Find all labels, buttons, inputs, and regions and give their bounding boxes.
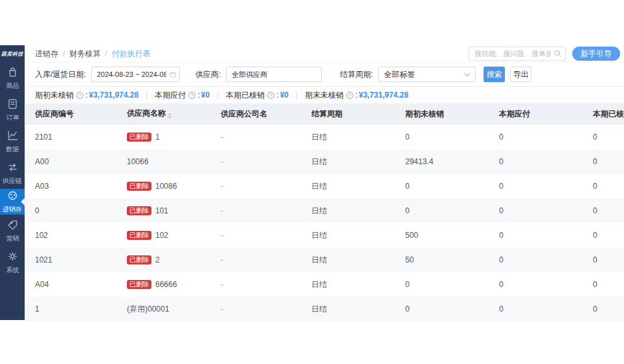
deleted-badge: 已删除 (127, 255, 151, 264)
search-button[interactable]: 搜索 (484, 67, 505, 82)
sidebar-item-label: 营销 (6, 234, 19, 242)
sidebar-item-goods[interactable]: 商品 (0, 62, 25, 94)
supply-chain-arrows-icon (6, 161, 19, 175)
cell-opening: 0 (396, 182, 489, 191)
cell-written-off: 0 (583, 157, 624, 166)
global-search-input[interactable] (469, 47, 566, 61)
breadcrumb-separator: / (105, 49, 107, 58)
deleted-badge: 已删除 (127, 182, 151, 191)
col-cycle: 结算周期 (302, 109, 396, 120)
cell-opening: 500 (396, 231, 489, 240)
cell-supplier-name: 已删除10086 (117, 182, 211, 191)
cell-supplier-name: 已删除2 (117, 255, 211, 264)
date-range-input[interactable] (91, 67, 180, 82)
export-button[interactable]: 导出 (510, 67, 531, 82)
cycle-filter-label: 结算周期: (340, 69, 373, 80)
cell-written-off: 0 (583, 255, 624, 264)
cell-supplier-name: 已删除101 (117, 206, 211, 215)
table-row[interactable]: 2101已删除1-日结000 (25, 125, 624, 149)
table-row[interactable]: A0010066-日结29413.400 (25, 149, 624, 174)
cell-payable: 0 (489, 280, 583, 289)
summary-label-payable: 本期应付 (155, 90, 186, 101)
sidebar-item-inventory[interactable]: 进销存 (0, 189, 25, 215)
cell-cycle: 日结 (302, 132, 396, 143)
data-chart-icon (6, 129, 19, 144)
table-header: 供应商编号 供应商名称 供应商公司名 结算周期 期初未核销 本期应付 本期已核销 (25, 103, 624, 125)
cell-supplier-name: 10066 (117, 157, 211, 166)
cell-company-name: - (211, 206, 302, 215)
newbie-guide-button[interactable]: 新手引导 (572, 47, 620, 61)
summary-divider: | (146, 91, 148, 100)
table-row[interactable]: 1021已删除2-日结5000 (25, 248, 624, 272)
cell-written-off: 0 (583, 206, 624, 215)
deleted-badge: 已删除 (127, 206, 151, 215)
sidebar-item-label: 数据 (6, 145, 19, 153)
cell-supplier-id: 1021 (25, 255, 117, 264)
sort-icon[interactable] (168, 111, 172, 120)
sidebar-item-system[interactable]: 系统 (0, 246, 25, 278)
cell-opening: 29413.4 (396, 157, 489, 166)
cell-company-name: - (211, 133, 302, 142)
supplier-name-text: 10086 (155, 182, 177, 191)
calendar-icon[interactable] (169, 70, 177, 78)
sidebar-item-label: 订单 (6, 113, 19, 122)
sidebar-item-marketing[interactable]: 营销 (0, 215, 25, 246)
cell-written-off: 0 (583, 133, 624, 142)
cell-supplier-id: A00 (25, 157, 117, 166)
help-icon[interactable]: ? (346, 92, 353, 99)
supplier-name-text: (弃用)00001 (127, 305, 169, 314)
cell-opening: 0 (396, 305, 489, 314)
summary-divider: | (217, 91, 219, 100)
table-row[interactable]: 102已删除102-日结50000 (25, 223, 624, 248)
topbar: 进销存 / 财务核算 / 付款执行表 新手引导 (25, 45, 624, 63)
col-supplier-id: 供应商编号 (25, 109, 117, 120)
breadcrumb-item-inventory[interactable]: 进销存 (35, 48, 58, 59)
cell-supplier-name: 已删除1 (117, 133, 211, 142)
sidebar-item-orders[interactable]: 订单 (0, 94, 25, 125)
date-range-picker (91, 67, 180, 82)
col-supplier-name[interactable]: 供应商名称 (117, 108, 211, 120)
cell-written-off: 0 (583, 305, 624, 314)
cell-supplier-id: 1 (25, 305, 117, 314)
logo-text: 跟卖科技 (1, 51, 23, 57)
cell-supplier-id: A03 (25, 182, 117, 191)
summary-bar: 期初未核销?: ¥3,731,974.28 | 本期应付?: ¥0 | 本期已核… (25, 86, 624, 103)
cell-cycle: 日结 (302, 230, 396, 241)
help-icon[interactable]: ? (76, 92, 84, 99)
help-icon[interactable]: ? (188, 92, 195, 99)
table-row[interactable]: A04已删除66666-日结000 (25, 272, 624, 297)
cell-opening: 0 (396, 280, 489, 289)
cell-written-off: 0 (583, 231, 624, 240)
deleted-badge: 已删除 (127, 280, 151, 289)
cell-company-name: - (211, 182, 302, 191)
sidebar-item-supply-chain[interactable]: 供应链 (0, 157, 25, 189)
supplier-filter-input[interactable] (226, 67, 322, 82)
cell-payable: 0 (489, 182, 583, 191)
breadcrumb-item-finance[interactable]: 财务核算 (69, 48, 100, 59)
table-row[interactable]: 0已删除101-日结000 (25, 198, 624, 223)
cell-opening: 0 (396, 133, 489, 142)
col-opening: 期初未核销 (396, 109, 489, 120)
help-icon[interactable]: ? (267, 92, 274, 99)
supplier-name-text: 10066 (127, 157, 148, 166)
sidebar-item-data[interactable]: 数据 (0, 125, 25, 157)
app-window: 跟卖科技 商品 订单 数据 供应链 进销存 营销 系统 (0, 45, 624, 321)
cell-payable: 0 (489, 157, 583, 166)
summary-value-opening: ¥3,731,974.28 (89, 91, 139, 100)
cell-payable: 0 (489, 206, 583, 215)
cycle-select[interactable]: 全部标签 (378, 67, 476, 82)
summary-label-opening: 期初未核销 (35, 90, 74, 101)
sidebar-item-label: 商品 (6, 81, 19, 90)
cell-cycle: 日结 (302, 206, 396, 217)
table-row[interactable]: 1(弃用)00001-日结000 (25, 297, 624, 321)
cell-payable: 0 (489, 305, 583, 314)
search-icon[interactable] (553, 49, 562, 58)
table-row[interactable]: A03已删除10086-日结000 (25, 174, 624, 198)
colon: : (355, 91, 357, 100)
cell-written-off: 0 (583, 182, 624, 191)
system-gear-icon (6, 250, 19, 264)
cell-opening: 0 (396, 206, 489, 215)
goods-bag-icon (6, 66, 19, 80)
deleted-badge: 已删除 (127, 231, 151, 240)
summary-value-written-off: ¥0 (280, 91, 288, 100)
